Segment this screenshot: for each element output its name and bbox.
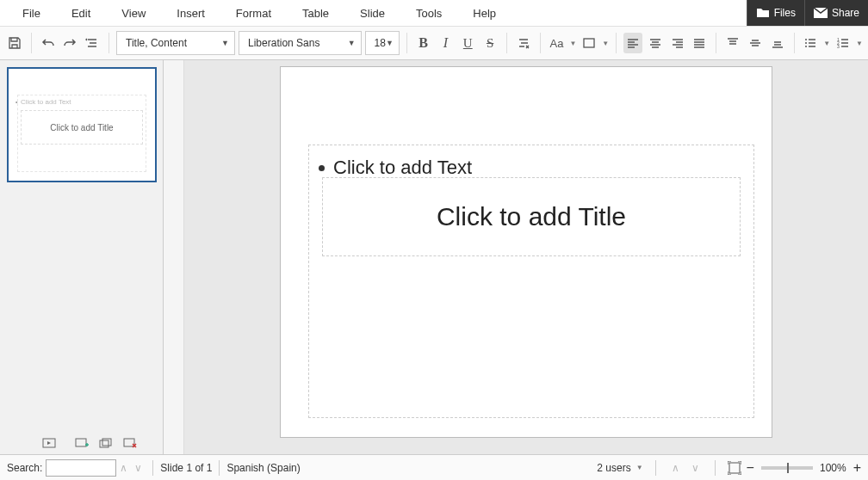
caret-down-icon[interactable]: ▼: [823, 40, 830, 47]
menu-view[interactable]: View: [106, 7, 161, 20]
zoom-slider[interactable]: [761, 466, 813, 470]
thumb-title-placeholder: Click to add Title: [50, 123, 113, 132]
text-placeholder-line[interactable]: Click to add Text: [319, 157, 472, 179]
language-label[interactable]: Spanish (Spain): [226, 462, 300, 474]
title-placeholder: Click to add Title: [437, 202, 626, 231]
menu-slide[interactable]: Slide: [344, 7, 400, 20]
slide-canvas[interactable]: Click to add Text Click to add Title: [281, 67, 772, 437]
zoom-value[interactable]: 100%: [820, 462, 846, 474]
align-center-icon[interactable]: [646, 33, 665, 53]
svg-point-3: [805, 42, 807, 44]
case-icon[interactable]: Aa: [548, 33, 567, 53]
fit-page-icon[interactable]: [728, 461, 741, 475]
separator: [406, 33, 407, 53]
separator: [716, 33, 716, 53]
save-icon[interactable]: [5, 33, 24, 53]
next-page-icon[interactable]: ∨: [688, 462, 703, 474]
files-label: Files: [774, 7, 796, 19]
editor-area[interactable]: Click to add Text Click to add Title: [184, 60, 868, 454]
title-frame[interactable]: Click to add Title: [322, 177, 741, 256]
font-size-value: 18: [375, 37, 386, 49]
separator: [506, 33, 507, 53]
caret-down-icon[interactable]: ▼: [636, 464, 643, 471]
files-button[interactable]: Files: [747, 0, 804, 26]
font-value: Liberation Sans: [248, 37, 319, 49]
align-right-icon[interactable]: [668, 33, 687, 53]
outline-icon[interactable]: [83, 33, 102, 53]
bullet-icon: •: [16, 99, 17, 105]
menu-insert[interactable]: Insert: [161, 7, 220, 20]
menu-help[interactable]: Help: [457, 7, 512, 20]
separator: [540, 33, 541, 53]
rect-icon[interactable]: [580, 33, 598, 53]
layout-value: Title, Content: [126, 37, 187, 49]
search-input[interactable]: [46, 459, 116, 477]
clear-format-icon[interactable]: [514, 33, 533, 53]
delete-slide-icon[interactable]: [122, 437, 138, 449]
caret-down-icon[interactable]: ▼: [602, 40, 609, 47]
align-justify-icon[interactable]: [690, 33, 709, 53]
strikethrough-icon[interactable]: S: [480, 33, 499, 53]
menu-file[interactable]: File: [7, 7, 56, 20]
toolbar: Title, Content ▼ Liberation Sans ▼ 18 ▼ …: [0, 26, 868, 60]
font-dropdown[interactable]: Liberation Sans ▼: [239, 31, 362, 55]
align-left-icon[interactable]: [623, 33, 642, 53]
caret-down-icon: ▼: [386, 39, 394, 47]
undo-icon[interactable]: [39, 33, 58, 53]
svg-rect-1: [584, 39, 594, 47]
share-button[interactable]: Share: [804, 0, 868, 26]
menu-format[interactable]: Format: [220, 7, 287, 20]
users-count[interactable]: 2 users: [597, 462, 630, 474]
share-label: Share: [832, 7, 859, 19]
top-actions: Files Share: [747, 0, 868, 26]
new-slide-icon[interactable]: [74, 437, 90, 449]
menu-edit[interactable]: Edit: [56, 7, 106, 20]
caret-down-icon: ▼: [348, 39, 356, 47]
slide-panel: • Click to add Text Click to add Title: [0, 60, 164, 454]
zoom-out-icon[interactable]: −: [747, 460, 754, 476]
bullet-list-icon[interactable]: [801, 33, 820, 53]
menubar: File Edit View Insert Format Table Slide…: [0, 0, 868, 26]
search-prev-icon[interactable]: ∧: [116, 462, 131, 474]
separator: [152, 460, 153, 476]
valign-mid-icon[interactable]: [746, 33, 765, 53]
svg-rect-10: [100, 440, 108, 447]
underline-icon[interactable]: U: [458, 33, 477, 53]
separator: [794, 33, 795, 53]
search-next-icon[interactable]: ∨: [131, 462, 146, 474]
separator: [655, 460, 656, 476]
statusbar: Search: ∧ ∨ Slide 1 of 1 Spanish (Spain)…: [0, 454, 868, 480]
svg-point-2: [805, 39, 807, 40]
thumb-text-placeholder: Click to add Text: [21, 98, 71, 106]
valign-top-icon[interactable]: [723, 33, 742, 53]
menu-table[interactable]: Table: [287, 7, 344, 20]
svg-point-4: [805, 46, 807, 47]
separator: [715, 460, 716, 476]
redo-icon[interactable]: [61, 33, 80, 53]
zoom-control: − 100% +: [747, 460, 861, 476]
bold-icon[interactable]: B: [414, 33, 433, 53]
vertical-ruler: [164, 60, 184, 454]
font-size-dropdown[interactable]: 18 ▼: [365, 31, 400, 55]
layout-dropdown[interactable]: Title, Content ▼: [116, 31, 235, 55]
valign-bot-icon[interactable]: [768, 33, 787, 53]
caret-down-icon: ▼: [221, 39, 229, 47]
svg-text:3: 3: [837, 44, 840, 49]
slide-thumbnail[interactable]: • Click to add Text Click to add Title: [7, 67, 157, 182]
separator: [108, 33, 109, 53]
duplicate-slide-icon[interactable]: [98, 437, 114, 449]
italic-icon[interactable]: I: [437, 33, 456, 53]
slide-info: Slide 1 of 1: [160, 462, 212, 474]
number-list-icon[interactable]: 123: [834, 33, 852, 53]
view-mode-icons: [41, 437, 138, 449]
zoom-in-icon[interactable]: +: [853, 460, 861, 476]
text-placeholder: Click to add Text: [333, 157, 472, 179]
mail-icon: [814, 8, 828, 18]
caret-down-icon[interactable]: ▼: [856, 40, 863, 47]
start-show-icon[interactable]: [41, 437, 57, 449]
thumb-title-frame: Click to add Title: [21, 110, 143, 145]
folder-icon: [756, 7, 770, 19]
caret-down-icon[interactable]: ▼: [569, 40, 576, 47]
menu-tools[interactable]: Tools: [400, 7, 457, 20]
prev-page-icon[interactable]: ∧: [668, 462, 683, 474]
